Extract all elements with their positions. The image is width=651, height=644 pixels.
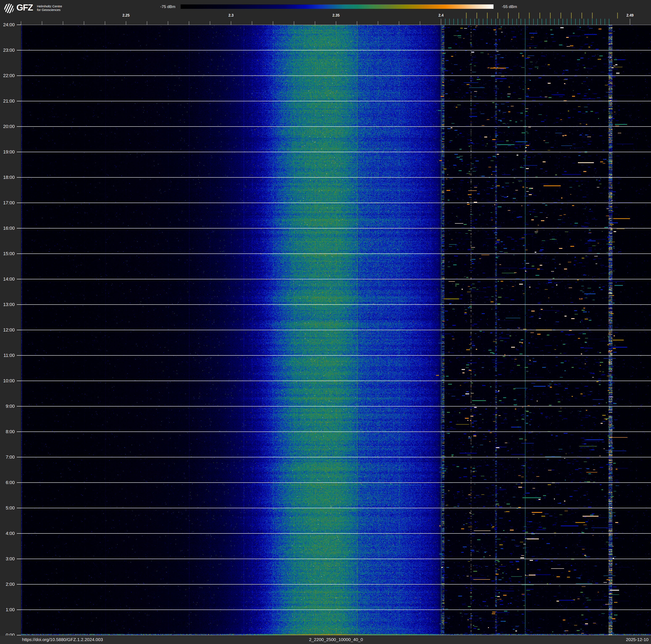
time-label: 10:00 (0, 378, 15, 383)
hour-gridline (21, 152, 651, 152)
freq-tick-minor (231, 21, 231, 25)
time-label: 3:00 (0, 556, 15, 561)
bluetooth-channel-tick (462, 19, 462, 25)
time-label: 18:00 (0, 175, 15, 180)
date-label: 2025-12-10 (626, 636, 649, 644)
freq-tick-minor (273, 21, 273, 25)
bluetooth-channel-tick (525, 19, 525, 25)
freq-tick-minor (105, 21, 105, 25)
hour-tick (17, 432, 21, 432)
hour-gridline (21, 50, 651, 51)
bluetooth-channel-tick (454, 19, 454, 25)
freq-tick-major (441, 19, 441, 25)
freq-label: 2.4 (432, 13, 451, 18)
dataset-id: 2_2200_2500_10000_40_0 (21, 636, 651, 644)
time-label: 16:00 (0, 226, 15, 231)
hour-gridline (21, 584, 651, 585)
hour-tick (17, 177, 21, 178)
hour-gridline (21, 559, 651, 559)
wifi-channel-tick (539, 12, 540, 19)
bluetooth-channel-tick (478, 19, 479, 25)
bluetooth-channel-tick (487, 19, 488, 25)
bluetooth-channel-tick (592, 19, 592, 25)
wifi-channel-tick (519, 12, 519, 19)
bluetooth-channel-tick (604, 19, 605, 25)
bluetooth-channel-tick (466, 19, 466, 25)
time-label: 2:00 (0, 582, 15, 587)
bluetooth-channel-tick (483, 19, 483, 25)
freq-tick-minor (126, 21, 126, 25)
time-label: 21:00 (0, 98, 15, 104)
freq-tick-minor (294, 21, 294, 25)
hour-tick (17, 381, 21, 381)
wifi-channel-tick (476, 12, 477, 19)
bluetooth-channel-tick (579, 19, 580, 25)
bluetooth-channel-tick (445, 19, 445, 25)
hour-gridline (21, 177, 651, 178)
wifi-channel-tick (508, 12, 508, 19)
time-label: 19:00 (0, 149, 15, 154)
time-label: 23:00 (0, 48, 15, 53)
bluetooth-channel-tick (517, 19, 517, 25)
bluetooth-channel-tick (504, 19, 504, 25)
hour-tick (17, 126, 21, 127)
hour-gridline (21, 101, 651, 101)
plot-area (21, 25, 651, 635)
time-label: 15:00 (0, 251, 15, 256)
hour-tick (17, 457, 21, 457)
hour-tick (17, 25, 21, 25)
bluetooth-channel-tick (571, 19, 571, 25)
hour-gridline (21, 126, 651, 127)
bluetooth-channel-tick (558, 19, 559, 25)
bluetooth-channel-tick (533, 19, 534, 25)
freq-tick-minor (189, 21, 189, 25)
hour-gridline (21, 355, 651, 356)
freq-tick-minor (210, 21, 210, 25)
hour-tick (17, 584, 21, 585)
bluetooth-channel-tick (550, 19, 550, 25)
time-label: 20:00 (0, 124, 15, 129)
bluetooth-channel-tick (512, 19, 513, 25)
time-label: 4:00 (0, 531, 15, 536)
hour-tick (17, 76, 21, 76)
freq-tick-minor (252, 21, 252, 25)
time-label: 17:00 (0, 200, 15, 205)
freq-tick-minor (63, 21, 63, 25)
gfz-logo-icon (4, 4, 14, 13)
hour-gridline (21, 381, 651, 381)
bluetooth-channel-tick (609, 19, 609, 25)
bluetooth-channel-tick (495, 19, 496, 25)
freq-tick-minor (147, 21, 147, 25)
hour-gridline (21, 457, 651, 457)
freq-tick-minor (315, 21, 315, 25)
hour-gridline (21, 203, 651, 203)
time-label: 7:00 (0, 455, 15, 460)
bluetooth-channel-tick (449, 19, 450, 25)
hour-tick (17, 559, 21, 559)
hour-tick (17, 304, 21, 305)
hour-tick (17, 152, 21, 152)
wifi-channel-tick (582, 12, 582, 19)
wifi-channel-tick (497, 12, 498, 19)
freq-label: 2.49 (621, 13, 640, 18)
hour-tick (17, 406, 21, 407)
freq-tick-minor (84, 21, 84, 25)
bluetooth-channel-tick (508, 19, 508, 25)
colorbar-min-label: -75 dBm (147, 4, 175, 9)
time-label: 6:00 (0, 480, 15, 485)
hour-tick (17, 203, 21, 203)
bluetooth-channel-tick (541, 19, 542, 25)
institute-name-line1: Helmholtz Centre (37, 5, 62, 8)
freq-tick-minor (378, 21, 378, 25)
bluetooth-channel-tick (470, 19, 471, 25)
hour-gridline (21, 254, 651, 254)
bluetooth-channel-tick (546, 19, 546, 25)
bluetooth-channel-tick (500, 19, 500, 25)
wifi-channel-tick (550, 12, 551, 19)
freq-tick-minor (357, 21, 357, 25)
bluetooth-channel-tick (529, 19, 529, 25)
hour-tick (17, 635, 21, 635)
hour-tick (17, 610, 21, 610)
bluetooth-channel-tick (458, 19, 458, 25)
app-root: GFZ Helmholtz Centre for Geosciences -75… (0, 0, 651, 644)
